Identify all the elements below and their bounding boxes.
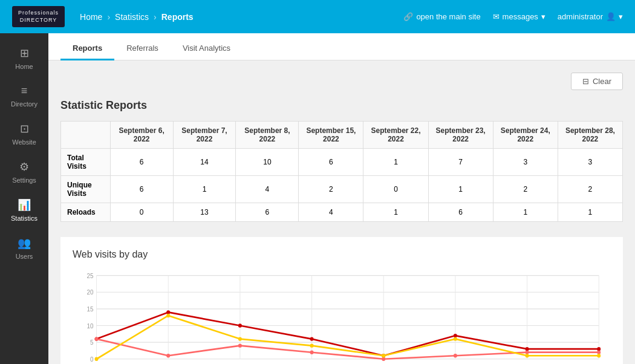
table-cell: 1 xyxy=(493,203,558,222)
table-header-col7: September 28, 2022 xyxy=(558,122,622,149)
chart-section: Web visits by day 0510152025 September 6… xyxy=(60,237,623,364)
sidebar-item-website[interactable]: ⊡ Website xyxy=(0,115,48,153)
sidebar-item-settings-label: Settings xyxy=(12,177,36,184)
content: Reports Referrals Visit Analytics ⊟ Clea… xyxy=(48,33,635,364)
content-area: ⊟ Clear Statistic Reports September 6, 2… xyxy=(48,60,635,364)
svg-point-34 xyxy=(526,351,529,354)
breadcrumb-sep2: › xyxy=(154,12,157,22)
table-cell: 0 xyxy=(363,176,428,203)
svg-point-37 xyxy=(166,314,170,317)
svg-text:5: 5 xyxy=(90,339,94,346)
svg-text:25: 25 xyxy=(87,273,94,279)
sidebar-item-users[interactable]: 👥 Users xyxy=(0,229,48,267)
table-header-col5: September 23, 2022 xyxy=(428,122,493,149)
admin-link[interactable]: administrator 👤 ▾ xyxy=(558,12,623,21)
table-header-col0: September 6, 2022 xyxy=(110,122,173,149)
table-cell: 3 xyxy=(558,149,622,176)
svg-point-40 xyxy=(382,354,385,357)
svg-point-28 xyxy=(95,337,99,340)
tabs-bar: Reports Referrals Visit Analytics xyxy=(48,33,635,60)
sidebar-item-home[interactable]: ⊞ Home xyxy=(0,39,48,77)
home-icon: ⊞ xyxy=(20,47,29,60)
sidebar-item-statistics-label: Statistics xyxy=(11,215,37,222)
table-cell: 6 xyxy=(428,203,493,222)
sidebar-item-home-label: Home xyxy=(15,63,33,70)
line-chart-svg: 0510152025 xyxy=(73,269,611,364)
table-header-col4: September 22, 2022 xyxy=(363,122,428,149)
filter-icon: ⊟ xyxy=(582,77,589,86)
svg-point-22 xyxy=(238,323,242,327)
admin-label: administrator xyxy=(558,12,603,21)
table-cell: 1 xyxy=(173,176,236,203)
breadcrumb-sep1: › xyxy=(107,12,110,22)
users-icon: 👥 xyxy=(18,236,31,250)
admin-icon: 👤 xyxy=(606,12,616,21)
section-title: Statistic Reports xyxy=(60,99,623,112)
svg-point-35 xyxy=(597,351,601,354)
svg-point-43 xyxy=(597,354,601,357)
sidebar: ⊞ Home ≡ Directory ⊡ Website ⚙ Settings … xyxy=(0,33,48,364)
table-row-label: Unique Visits xyxy=(61,176,111,203)
clear-button-label: Clear xyxy=(593,77,611,86)
open-site-link[interactable]: 🔗 open the main site xyxy=(403,12,480,21)
sidebar-item-statistics[interactable]: 📊 Statistics xyxy=(0,191,48,229)
admin-chevron-icon: ▾ xyxy=(619,12,623,21)
messages-link[interactable]: ✉ messages ▾ xyxy=(493,12,545,21)
svg-point-41 xyxy=(454,337,457,340)
open-site-label: open the main site xyxy=(416,12,480,21)
directory-icon: ≡ xyxy=(21,85,28,97)
table-cell: 1 xyxy=(428,176,493,203)
table-cell: 2 xyxy=(299,176,363,203)
table-cell: 1 xyxy=(558,203,622,222)
svg-point-31 xyxy=(310,351,314,354)
svg-point-32 xyxy=(382,357,385,361)
svg-text:20: 20 xyxy=(87,289,94,296)
table-cell: 0 xyxy=(110,203,173,222)
chart-container: 0510152025 xyxy=(73,269,611,364)
table-cell: 10 xyxy=(236,149,299,176)
messages-label: messages xyxy=(503,12,538,21)
svg-text:0: 0 xyxy=(90,356,94,363)
sidebar-item-directory[interactable]: ≡ Directory xyxy=(0,77,48,115)
table-cell: 3 xyxy=(493,149,558,176)
brand-line2: DIRECTORY xyxy=(18,17,59,24)
brand-line1: Professionals xyxy=(18,10,59,17)
table-cell: 1 xyxy=(363,149,428,176)
table-cell: 6 xyxy=(110,176,173,203)
table-header-col3: September 15, 2022 xyxy=(299,122,363,149)
top-nav-right: 🔗 open the main site ✉ messages ▾ admini… xyxy=(403,12,623,21)
chart-title: Web visits by day xyxy=(73,249,611,260)
table-cell: 4 xyxy=(236,176,299,203)
tab-referrals[interactable]: Referrals xyxy=(114,37,171,60)
messages-icon: ✉ xyxy=(493,12,500,21)
table-cell: 7 xyxy=(428,149,493,176)
sidebar-item-users-label: Users xyxy=(16,253,33,260)
table-cell: 2 xyxy=(493,176,558,203)
sidebar-item-website-label: Website xyxy=(12,138,36,146)
svg-text:10: 10 xyxy=(87,322,94,329)
svg-point-36 xyxy=(95,357,99,361)
messages-chevron-icon: ▾ xyxy=(541,12,545,21)
table-cell: 6 xyxy=(299,149,363,176)
breadcrumb-home[interactable]: Home xyxy=(80,12,102,22)
clear-btn-row: ⊟ Clear xyxy=(60,73,623,90)
clear-button[interactable]: ⊟ Clear xyxy=(571,73,623,90)
tab-visit-analytics[interactable]: Visit Analytics xyxy=(171,37,243,60)
table-cell: 1 xyxy=(363,203,428,222)
table-cell: 6 xyxy=(236,203,299,222)
table-cell: 14 xyxy=(173,149,236,176)
tab-reports[interactable]: Reports xyxy=(60,37,114,60)
brand-logo: Professionals DIRECTORY xyxy=(12,6,65,27)
table-cell: 4 xyxy=(299,203,363,222)
svg-point-23 xyxy=(310,337,314,340)
table-cell: 13 xyxy=(173,203,236,222)
sidebar-item-settings[interactable]: ⚙ Settings xyxy=(0,153,48,191)
svg-point-29 xyxy=(166,354,170,357)
table-row-label: Reloads xyxy=(61,203,111,222)
table-row: Reloads013641611 xyxy=(61,203,623,222)
external-link-icon: 🔗 xyxy=(403,12,413,21)
settings-icon: ⚙ xyxy=(19,160,29,174)
sidebar-item-directory-label: Directory xyxy=(11,100,37,108)
table-header-col1: September 7, 2022 xyxy=(173,122,236,149)
breadcrumb-statistics[interactable]: Statistics xyxy=(115,12,149,22)
